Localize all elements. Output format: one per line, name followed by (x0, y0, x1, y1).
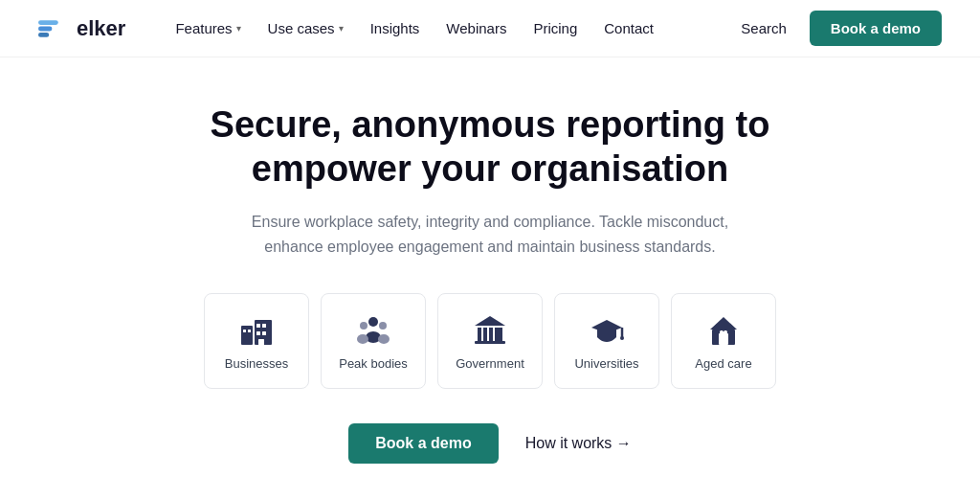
cta-row: Book a demo How it works → (348, 423, 632, 464)
nav-features[interactable]: Features ▾ (164, 14, 252, 42)
svg-rect-9 (243, 330, 246, 332)
nav-right: Search Book a demo (733, 11, 942, 46)
svg-rect-23 (499, 328, 502, 341)
card-aged-care[interactable]: Aged care (671, 293, 776, 389)
svg-rect-24 (475, 341, 505, 344)
hero-subtitle: Ensure workplace safety, integrity and c… (222, 210, 758, 259)
svg-point-17 (378, 334, 390, 344)
hero-title: Secure, anonymous reporting to empower y… (165, 103, 815, 191)
buildings-icon (239, 312, 274, 347)
svg-rect-11 (258, 339, 264, 345)
navbar: elker Features ▾ Use cases ▾ Insights We… (0, 0, 980, 57)
logo[interactable]: elker (38, 16, 125, 41)
svg-rect-2 (38, 33, 49, 37)
card-businesses[interactable]: Businesses (204, 293, 309, 389)
nav-use-cases[interactable]: Use cases ▾ (256, 14, 355, 42)
chevron-down-icon: ▾ (236, 23, 241, 34)
svg-rect-22 (495, 328, 499, 341)
svg-point-13 (360, 322, 368, 330)
card-peak-bodies[interactable]: Peak bodies (321, 293, 426, 389)
svg-point-14 (379, 322, 387, 330)
svg-rect-21 (489, 328, 493, 341)
nav-links: Features ▾ Use cases ▾ Insights Webinars… (164, 14, 733, 42)
nav-contact[interactable]: Contact (592, 14, 665, 42)
logo-icon (38, 17, 69, 40)
graduation-cap-icon (590, 312, 624, 347)
svg-rect-1 (38, 20, 58, 25)
chevron-down-icon: ▾ (339, 23, 344, 34)
search-button[interactable]: Search (733, 14, 794, 42)
card-universities[interactable]: Universities (554, 293, 659, 389)
use-case-cards: Businesses Peak bodies (204, 293, 776, 389)
svg-point-12 (368, 317, 378, 327)
people-group-icon (356, 312, 390, 347)
card-peak-bodies-label: Peak bodies (339, 356, 408, 371)
svg-rect-10 (248, 330, 251, 332)
svg-rect-8 (262, 331, 266, 335)
logo-text: elker (77, 16, 125, 41)
book-demo-button-hero[interactable]: Book a demo (348, 423, 498, 464)
card-government-label: Government (456, 356, 524, 371)
svg-point-27 (620, 336, 624, 340)
svg-rect-19 (478, 328, 481, 341)
card-universities-label: Universities (574, 356, 638, 371)
card-government[interactable]: Government (437, 293, 543, 389)
svg-marker-18 (475, 316, 505, 326)
book-demo-button-nav[interactable]: Book a demo (810, 11, 942, 46)
svg-marker-28 (710, 317, 737, 330)
svg-point-16 (357, 334, 368, 344)
house-heart-icon (706, 312, 741, 347)
bank-icon (473, 312, 507, 347)
card-businesses-label: Businesses (225, 356, 288, 371)
card-aged-care-label: Aged care (695, 356, 751, 371)
svg-rect-0 (38, 26, 52, 31)
svg-rect-20 (483, 328, 487, 341)
svg-rect-3 (241, 326, 253, 345)
svg-rect-7 (256, 331, 260, 335)
nav-pricing[interactable]: Pricing (522, 14, 589, 42)
svg-rect-6 (262, 324, 266, 328)
nav-webinars[interactable]: Webinars (434, 14, 518, 42)
hero-section: Secure, anonymous reporting to empower y… (0, 57, 980, 494)
how-it-works-link[interactable]: How it works → (525, 435, 632, 452)
nav-insights[interactable]: Insights (359, 14, 432, 42)
svg-rect-5 (256, 324, 260, 328)
